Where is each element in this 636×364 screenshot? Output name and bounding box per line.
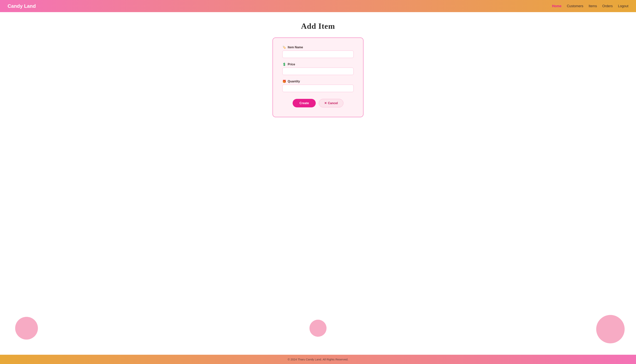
quantity-input[interactable] (282, 85, 354, 92)
gift-icon: 🎁 (282, 80, 286, 83)
quantity-label: 🎁 Quantity (282, 80, 354, 83)
cancel-button[interactable]: ✕ Cancel (319, 99, 343, 108)
decorative-circle-right (596, 315, 625, 343)
quantity-group: 🎁 Quantity (282, 80, 354, 92)
item-name-label: 🏷️ Item Name (282, 46, 354, 49)
main-content: Add Item 🏷️ Item Name 💲 Price 🎁 Quantity (0, 12, 636, 355)
decorative-circle-center (309, 320, 327, 337)
item-name-group: 🏷️ Item Name (282, 46, 354, 58)
brand-logo: Candy Land (8, 3, 36, 9)
nav-items[interactable]: Items (589, 4, 597, 8)
price-group: 💲 Price (282, 62, 354, 75)
add-item-form-card: 🏷️ Item Name 💲 Price 🎁 Quantity Create (273, 38, 363, 117)
page-title: Add Item (301, 22, 335, 31)
footer: © 2024 Tharu Candy Land. All Rights Rese… (0, 355, 636, 364)
main-nav: Home Customers Items Orders Logout (552, 4, 628, 8)
footer-text: © 2024 Tharu Candy Land. All Rights Rese… (288, 358, 348, 361)
nav-home[interactable]: Home (552, 4, 561, 8)
price-input[interactable] (282, 68, 354, 75)
item-name-input[interactable] (282, 50, 354, 58)
decorative-circle-left (15, 317, 38, 340)
tag-icon: 🏷️ (282, 46, 286, 49)
nav-orders[interactable]: Orders (602, 4, 613, 8)
header: Candy Land Home Customers Items Orders L… (0, 0, 636, 12)
create-button[interactable]: Create (293, 99, 316, 108)
price-label: 💲 Price (282, 62, 354, 66)
dollar-icon: 💲 (282, 62, 286, 66)
nav-customers[interactable]: Customers (567, 4, 583, 8)
nav-logout[interactable]: Logout (618, 4, 628, 8)
form-buttons: Create ✕ Cancel (282, 99, 354, 108)
cancel-x-icon: ✕ (324, 101, 327, 105)
